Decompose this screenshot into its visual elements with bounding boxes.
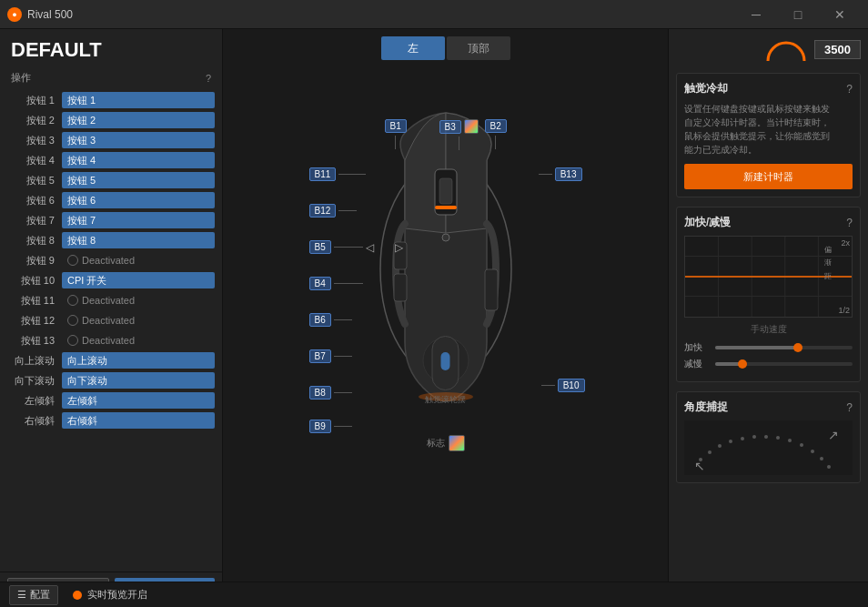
dpi-value: 3500	[814, 40, 861, 59]
btn-value: 按钮 2	[62, 112, 215, 128]
scroll-indicator: 触觉滚轮摆	[425, 336, 466, 406]
new-timer-button[interactable]: 新建计时器	[684, 164, 853, 189]
config-icon: ☰	[17, 589, 26, 601]
label-b1: B1	[385, 119, 407, 149]
accel-help-icon[interactable]: ?	[846, 217, 853, 229]
btn-label: 向下滚动	[0, 374, 62, 388]
angle-help-icon[interactable]: ?	[846, 401, 853, 414]
button-row[interactable]: 按钮 8按钮 8	[0, 230, 222, 250]
svg-rect-7	[485, 269, 498, 310]
section-label: 操作	[11, 71, 31, 85]
tab-left[interactable]: 左	[381, 36, 445, 60]
dpi-arc-svg	[763, 36, 809, 62]
titlebar-left: ● Rival 500	[7, 7, 73, 22]
svg-rect-6	[394, 274, 407, 301]
btn-value: 左倾斜	[62, 392, 215, 409]
accel-slider-track[interactable]	[715, 346, 853, 349]
btn-label: 按钮 7	[0, 214, 62, 228]
maximize-button[interactable]: □	[777, 0, 819, 29]
svg-point-33	[820, 457, 823, 460]
btn-label: 按钮 12	[0, 314, 62, 328]
tactile-title-row: 触觉冷却 ?	[684, 81, 853, 96]
btn-label: 按钮 9	[0, 254, 62, 268]
svg-point-28	[764, 435, 768, 439]
btn-value: 向上滚动	[62, 352, 215, 369]
tactile-help-icon[interactable]: ?	[846, 83, 853, 96]
btn-value: Deactivated	[62, 312, 215, 329]
btn-value: 按钮 4	[62, 152, 215, 168]
button-row[interactable]: 按钮 5按钮 5	[0, 170, 222, 190]
svg-rect-2	[439, 178, 452, 204]
decel-slider-row: 减慢	[684, 358, 853, 370]
btn-value: 向下滚动	[62, 372, 215, 389]
window-title: Rival 500	[27, 8, 73, 21]
button-row[interactable]: 按钮 9Deactivated	[0, 250, 222, 270]
decel-label: 减慢	[684, 358, 710, 370]
label-b12: B12	[309, 204, 358, 218]
button-row[interactable]: 按钮 1按钮 1	[0, 90, 222, 110]
angle-title-row: 角度捕捉 ?	[684, 400, 853, 415]
btn-value: CPI 开关	[62, 272, 215, 288]
btn-value: Deactivated	[62, 332, 215, 349]
page-title: DEFAULT	[0, 29, 222, 67]
button-row[interactable]: 按钮 11Deactivated	[0, 290, 222, 310]
btn-value: 右倾斜	[62, 412, 215, 429]
section-header: 操作 ?	[0, 67, 222, 88]
accel-y-right-bot: 距	[824, 270, 832, 283]
btn-value: 按钮 1	[62, 92, 215, 108]
svg-text:↗: ↗	[828, 428, 839, 442]
angle-title: 角度捕捉	[684, 400, 728, 415]
button-row[interactable]: 按钮 2按钮 2	[0, 110, 222, 130]
config-button[interactable]: ☰ 配置	[9, 585, 58, 605]
tab-top[interactable]: 顶部	[447, 36, 510, 60]
btn-label: 右倾斜	[0, 414, 62, 428]
svg-point-30	[788, 439, 792, 442]
help-icon[interactable]: ?	[206, 73, 211, 84]
button-row[interactable]: 按钮 13Deactivated	[0, 330, 222, 350]
accel-y-right-mid: 渐	[824, 257, 832, 269]
button-row[interactable]: 按钮 7按钮 7	[0, 210, 222, 230]
button-row[interactable]: 按钮 3按钮 3	[0, 130, 222, 150]
accel-title-row: 加快/减慢 ?	[684, 215, 853, 230]
dpi-section: 3500	[676, 36, 861, 62]
left-panel: DEFAULT 操作 ? 按钮 1按钮 1按钮 2按钮 2按钮 3按钮 3按钮 …	[0, 29, 223, 607]
btn-label: 按钮 2	[0, 114, 62, 127]
btn-label: 向上滚动	[0, 354, 62, 368]
minimize-button[interactable]: ─	[735, 0, 777, 29]
decel-slider-track[interactable]	[715, 362, 853, 366]
svg-point-32	[811, 450, 814, 453]
button-row[interactable]: 按钮 12Deactivated	[0, 310, 222, 330]
accel-thumb[interactable]	[793, 343, 802, 352]
angle-section: 角度捕捉 ?	[676, 391, 861, 483]
button-row[interactable]: 右倾斜右倾斜	[0, 410, 222, 430]
svg-rect-3	[435, 206, 457, 209]
scroll-thumb-inner	[441, 352, 450, 370]
svg-point-23	[708, 450, 712, 454]
label-b9: B9	[309, 420, 352, 433]
label-b6: B6	[309, 313, 352, 327]
accel-title: 加快/减慢	[684, 215, 731, 230]
center-panel: 左 顶部	[223, 29, 668, 607]
decel-thumb[interactable]	[738, 359, 747, 369]
close-button[interactable]: ✕	[819, 0, 861, 29]
logo-text: 标志	[427, 437, 445, 450]
button-row[interactable]: 向上滚动向上滚动	[0, 350, 222, 370]
btn-label: 按钮 6	[0, 194, 62, 207]
accel-slider-row: 加快	[684, 341, 853, 354]
button-row[interactable]: 左倾斜左倾斜	[0, 390, 222, 410]
label-b11: B11	[309, 167, 367, 181]
logo-label: 标志	[427, 435, 465, 451]
accel-section: 加快/减慢 ? 2x 1/2	[676, 207, 861, 382]
button-row[interactable]: 按钮 10CPI 开关	[0, 270, 222, 290]
label-b5: B5 ◁ ▷	[309, 240, 403, 254]
btn-value: Deactivated	[62, 292, 215, 309]
button-row[interactable]: 向下滚动向下滚动	[0, 370, 222, 390]
svg-text:↖: ↖	[694, 459, 705, 473]
svg-point-24	[718, 444, 722, 448]
view-tabs: 左 顶部	[381, 36, 510, 60]
button-row[interactable]: 按钮 4按钮 4	[0, 150, 222, 170]
button-row[interactable]: 按钮 6按钮 6	[0, 190, 222, 210]
tactile-section: 触觉冷却 ? 设置任何键盘按键或鼠标按键来触发 自定义冷却计时器。当计时结束时，…	[676, 73, 861, 197]
btn-value: 按钮 8	[62, 232, 215, 248]
label-b2: B2	[485, 119, 507, 149]
